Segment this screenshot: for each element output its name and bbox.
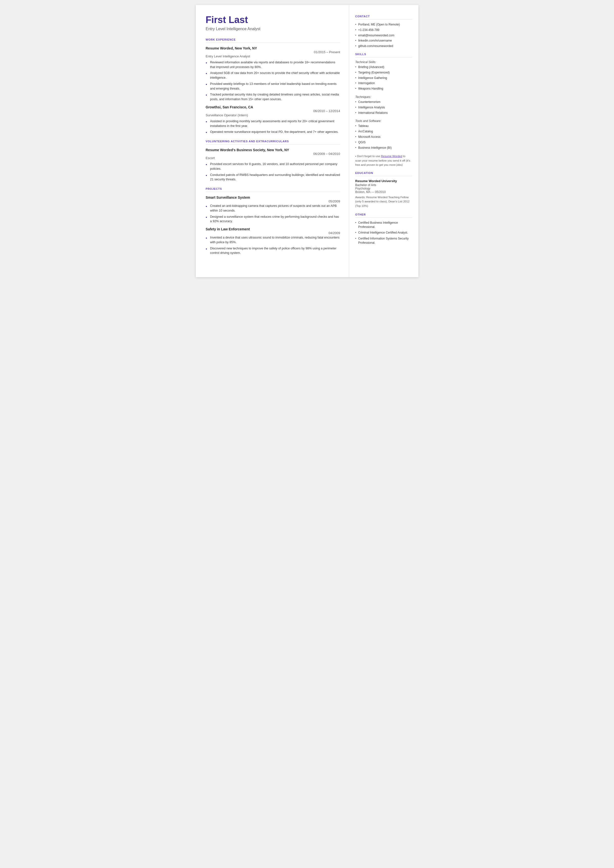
contact-item: +1-234-456-789 [355,28,412,32]
project-1-header: Smart Surveillance System 05/2009 [206,196,340,203]
projects-title: PROJECTS [206,187,340,190]
contact-item: email@resumeworded.com [355,33,412,37]
skill-item: Briefing (Advanced) [355,65,412,69]
projects-divider [206,192,340,192]
contact-list: Portland, ME (Open to Remote) +1-234-456… [355,23,412,48]
other-item: Criminal Intelligence Certified Analyst. [355,231,412,235]
other-item: Certified Business Intelligence Professi… [355,221,412,229]
project-1-name: Smart Surveillance System [206,196,250,199]
job-1-role: Entry Level Intelligence Analyst [206,54,340,58]
skill-item: Intelligence Gathering [355,76,412,80]
name-heading: First Last [206,15,340,25]
bullet-item: Discovered new techniques to improve the… [206,246,340,256]
project-1-date: 05/2009 [329,199,340,203]
skill-item: Tableau [355,124,412,128]
project-1: Smart Surveillance System 05/2009 Create… [206,196,340,224]
skill-item: International Relations [355,111,412,115]
volunteer-1-header: Resume Worded's Business Society, New Yo… [206,148,340,156]
contact-divider [355,19,412,20]
job-2-date: 06/2010 – 12/2014 [313,109,340,113]
job-1-company: Resume Worded, New York, NY [206,46,257,50]
bullet-item: Designed a surveillance system that redu… [206,214,340,224]
skill-item: Business Intelligence (BI) [355,146,412,150]
bullet-item: Provided escort services for 8 guests, 1… [206,162,340,171]
right-column: CONTACT Portland, ME (Open to Remote) +1… [349,5,419,277]
skills-cat-2: Tools and Software: [355,119,412,123]
skill-item: Interrogation [355,81,412,85]
bullet-item: Operated remote surveillance equipment f… [206,130,340,134]
edu-item-0: Resume Worded University Bachelor of Art… [355,179,412,208]
skill-item: ArcCatalog [355,129,412,134]
volunteer-1-role: Escort [206,156,340,160]
volunteer-1-date: 06/2009 – 04/2010 [313,152,340,156]
edu-awards: Awards: Resume Worded Teaching Fellow (o… [355,195,412,208]
contact-item: Portland, ME (Open to Remote) [355,23,412,27]
bullet-item: Tracked potential security risks by crea… [206,92,340,102]
job-1-bullets: Reviewed information available via repor… [206,60,340,102]
volunteer-1: Resume Worded's Business Society, New Yo… [206,148,340,182]
volunteering-title: VOLUNTEERING ACTIVITIES AND EXTRACURRICU… [206,140,340,143]
education-title: EDUCATION [355,171,412,174]
work-experience-title: WORK EXPERIENCE [206,38,340,41]
skill-item: Weapons Handling [355,87,412,91]
bullet-item: Reviewed information available via repor… [206,60,340,70]
skills-cat-0: Technical Skills: [355,61,412,64]
job-2-company: Growthsi, San Francisco, CA [206,105,253,109]
skill-item: Counterterrorism [355,100,412,104]
bullet-item: Created an anti-kidnapping camera that c… [206,203,340,213]
skill-item: Microsoft Access [355,135,412,139]
contact-item: linkedin.com/in/username [355,39,412,43]
techniques-list: Counterterrorism Intelligence Analysis I… [355,100,412,115]
project-1-bullets: Created an anti-kidnapping camera that c… [206,203,340,224]
job-2-bullets: Assisted in providing monthly security a… [206,119,340,134]
promo-text: • Don't forget to use Resume Worded to s… [355,154,412,167]
job-2-role: Surveillance Operator (Intern) [206,113,340,117]
project-2-header: Safety in Law Enforcement 04/2009 [206,227,340,235]
project-2-bullets: Invented a device that uses ultrasonic s… [206,235,340,255]
other-list: Certified Business Intelligence Professi… [355,221,412,245]
resume-worded-link[interactable]: Resume Worded [381,155,402,158]
edu-school: Resume Worded University [355,179,412,183]
volunteer-1-org: Resume Worded's Business Society, New Yo… [206,148,289,152]
bullet-item: Provided weekly briefings to 13 members … [206,82,340,91]
other-title: OTHER [355,213,412,216]
skills-divider [355,57,412,57]
job-1: Resume Worded, New York, NY 01/2015 – Pr… [206,46,340,102]
technical-skills-list: Briefing (Advanced) Targeting (Experienc… [355,65,412,91]
project-2-date: 04/2009 [329,231,340,235]
title-subtitle: Entry Level Intelligence Analyst [206,27,340,31]
edu-field: Psychology [355,187,412,190]
skills-cat-1: Techniques: [355,95,412,99]
skill-item: QGIS [355,140,412,144]
edu-degree: Bachelor of Arts [355,183,412,187]
project-2: Safety in Law Enforcement 04/2009 Invent… [206,227,340,255]
job-2: Growthsi, San Francisco, CA 06/2010 – 12… [206,105,340,134]
other-divider [355,217,412,218]
bullet-item: Conducted patrols of RWBS headquarters a… [206,173,340,182]
skills-title: SKILLS [355,53,412,56]
job-1-date: 01/2015 – Present [314,50,340,54]
bullet-item: Analyzed 5GB of raw data from 20+ source… [206,71,340,80]
contact-title: CONTACT [355,15,412,18]
education-divider [355,176,412,176]
job-1-header: Resume Worded, New York, NY 01/2015 – Pr… [206,46,340,54]
skill-item: Targeting (Experienced) [355,70,412,75]
volunteering-divider [206,144,340,144]
contact-item: github.com/resumeworded [355,44,412,48]
bullet-item: Invented a device that uses ultrasonic s… [206,235,340,245]
job-2-header: Growthsi, San Francisco, CA 06/2010 – 12… [206,105,340,113]
resume-document: First Last Entry Level Intelligence Anal… [196,5,419,277]
edu-location-date: Boston, MA — 05/2010 [355,190,412,194]
skill-item: Intelligence Analysis [355,106,412,110]
other-item: Certified Information Systems Security P… [355,236,412,245]
project-2-name: Safety in Law Enforcement [206,227,250,231]
tools-list: Tableau ArcCatalog Microsoft Access QGIS… [355,124,412,150]
left-column: First Last Entry Level Intelligence Anal… [196,5,349,277]
bullet-item: Assisted in providing monthly security a… [206,119,340,129]
volunteer-1-bullets: Provided escort services for 8 guests, 1… [206,162,340,182]
